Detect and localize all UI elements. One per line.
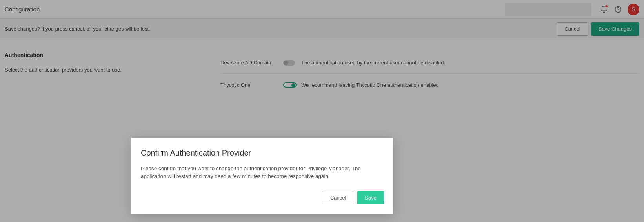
modal-title: Confirm Authentication Provider xyxy=(141,149,384,158)
modal-body: Please confirm that you want to change t… xyxy=(141,165,380,180)
confirm-auth-provider-dialog: Confirm Authentication Provider Please c… xyxy=(131,138,393,214)
modal-cancel-button[interactable]: Cancel xyxy=(323,191,353,204)
modal-save-button[interactable]: Save xyxy=(357,191,384,204)
